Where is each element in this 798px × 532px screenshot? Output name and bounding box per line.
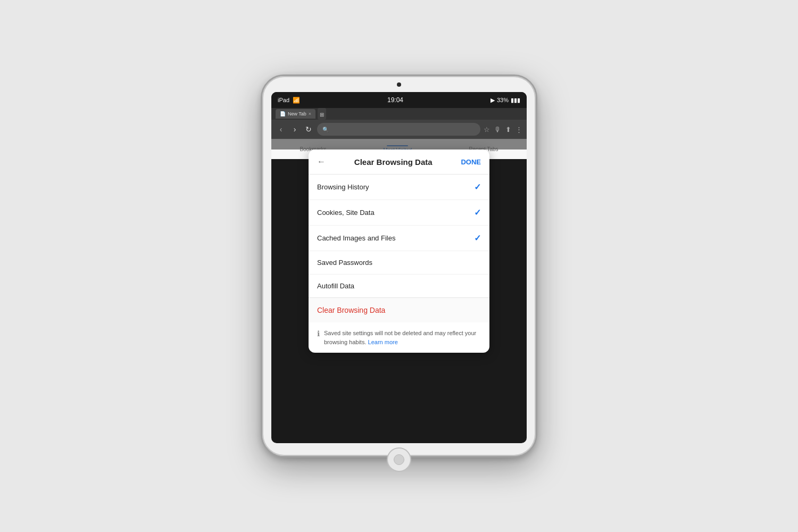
browsing-history-row[interactable]: Browsing History ✓ (309, 174, 489, 200)
modal-title: Clear Browsing Data (326, 157, 461, 167)
info-text-content: Saved site settings will not be deleted … (324, 330, 476, 345)
status-bar: iPad 📶 19:04 ▶ 33% ▮▮▮ (271, 92, 527, 108)
cookies-check: ✓ (474, 207, 481, 218)
modal-action-section: Clear Browsing Data (309, 297, 489, 322)
clear-browsing-data-modal: ← Clear Browsing Data DONE Browsing Hist… (309, 149, 489, 353)
modal-back-button[interactable]: ← (317, 157, 326, 167)
address-bar[interactable]: 🔍 (317, 123, 480, 136)
bookmark-star-icon[interactable]: ☆ (484, 126, 490, 134)
clear-browsing-data-button[interactable]: Clear Browsing Data (317, 306, 385, 314)
navigation-bar: ‹ › ↻ 🔍 ☆ 🎙 ⬆ ⋮ (271, 120, 527, 139)
front-camera (397, 82, 401, 87)
tab-close-button[interactable]: × (309, 111, 311, 117)
info-icon: ℹ (317, 329, 320, 338)
more-options-icon[interactable]: ⋮ (516, 126, 522, 134)
tab-favicon: 📄 (280, 111, 286, 117)
battery-percent: 33% (497, 97, 509, 103)
tab-grid-button[interactable]: ⊞ (318, 108, 326, 120)
tab-title: New Tab (288, 111, 306, 117)
wifi-icon: 📶 (293, 97, 300, 104)
tab-strip: 📄 New Tab × ⊞ (271, 108, 527, 120)
modal-header: ← Clear Browsing Data DONE (309, 149, 489, 174)
modal-info-section: ℹ Saved site settings will not be delete… (309, 322, 489, 353)
status-right: ▶ 33% ▮▮▮ (491, 97, 520, 104)
autofill-data-row[interactable]: Autofill Data (309, 275, 489, 297)
browser-tab[interactable]: 📄 New Tab × (276, 109, 315, 119)
info-text: Saved site settings will not be deleted … (324, 329, 481, 346)
browsing-history-label: Browsing History (317, 183, 369, 191)
cached-images-row[interactable]: Cached Images and Files ✓ (309, 226, 489, 251)
battery-icon: ▮▮▮ (511, 97, 520, 104)
status-time: 19:04 (387, 96, 403, 104)
cookies-row[interactable]: Cookies, Site Data ✓ (309, 200, 489, 226)
bluetooth-icon: ▶ (491, 97, 495, 104)
reload-button[interactable]: ↻ (303, 125, 314, 134)
search-icon: 🔍 (322, 127, 329, 132)
status-left: iPad 📶 (278, 97, 300, 104)
nav-actions: ☆ 🎙 ⬆ ⋮ (484, 126, 522, 134)
tablet-screen: iPad 📶 19:04 ▶ 33% ▮▮▮ 📄 New Tab × ⊞ ‹ (271, 92, 527, 443)
tablet-device: iPad 📶 19:04 ▶ 33% ▮▮▮ 📄 New Tab × ⊞ ‹ (261, 74, 537, 458)
device-label: iPad (278, 97, 289, 103)
saved-passwords-label: Saved Passwords (317, 259, 372, 267)
cached-images-check: ✓ (474, 233, 481, 243)
autofill-data-label: Autofill Data (317, 282, 354, 290)
learn-more-link[interactable]: Learn more (368, 339, 398, 345)
share-icon[interactable]: ⬆ (505, 126, 511, 134)
home-button-inner (394, 454, 404, 465)
home-button[interactable] (387, 447, 411, 472)
browsing-history-check: ✓ (474, 182, 481, 192)
forward-button[interactable]: › (289, 125, 300, 134)
back-button[interactable]: ‹ (276, 125, 286, 134)
modal-overlay: ← Clear Browsing Data DONE Browsing Hist… (271, 139, 527, 149)
cookies-label: Cookies, Site Data (317, 209, 375, 217)
saved-passwords-row[interactable]: Saved Passwords (309, 251, 489, 275)
cached-images-label: Cached Images and Files (317, 234, 395, 242)
microphone-icon[interactable]: 🎙 (494, 126, 501, 134)
modal-list: Browsing History ✓ Cookies, Site Data ✓ … (309, 174, 489, 297)
modal-done-button[interactable]: DONE (461, 158, 481, 166)
